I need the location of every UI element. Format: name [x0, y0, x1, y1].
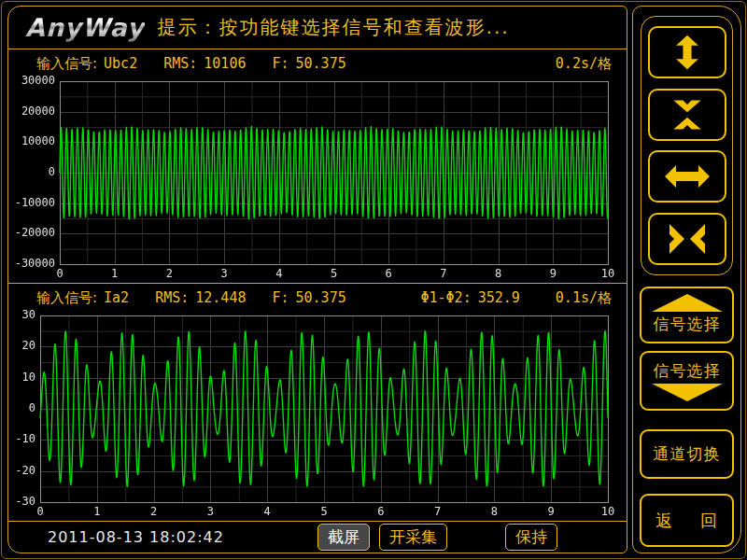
rms-label: RMS: [163, 55, 197, 72]
waveform-zoom-button-group [641, 16, 733, 275]
waveform-panel-ubc2: 输入信号: Ubc2 RMS: 10106 F: 50.375 0.2s/格 [8, 49, 627, 284]
timebase-readout: 0.2s/格 [556, 55, 612, 73]
freq-readout: F: 50.375 [272, 55, 345, 72]
rms-value: 12.448 [195, 289, 246, 306]
timebase-readout: 0.1s/格 [556, 289, 612, 307]
panel-header-ia2: 输入信号: Ia2 RMS: 12.448 F: 50.375 Φ1-Φ2: 3… [8, 284, 627, 310]
signal-select-down-label: 信号选择 [654, 360, 721, 382]
arrows-vertical-expand-icon [667, 34, 708, 71]
panel-header-ubc2: 输入信号: Ubc2 RMS: 10106 F: 50.375 0.2s/格 [8, 49, 627, 76]
arrows-horizontal-compress-icon [665, 222, 710, 256]
rms-readout: RMS: 12.448 [155, 289, 246, 306]
arrows-horizontal-expand-icon [665, 160, 710, 193]
main-display-area: AnyWay 提示：按功能键选择信号和查看波形... 输入信号: Ubc2 RM… [7, 6, 627, 553]
rms-readout: RMS: 10106 [163, 55, 246, 72]
freq-readout: F: 50.375 [272, 289, 345, 306]
channel-switch-label: 通道切换 [654, 443, 721, 465]
horizontal-compress-button[interactable] [648, 213, 726, 265]
screenshot-button[interactable]: 截屏 [317, 524, 370, 551]
instrument-screen: AnyWay 提示：按功能键选择信号和查看波形... 输入信号: Ubc2 RM… [0, 0, 747, 560]
signal-select-up-button[interactable]: 信号选择 [640, 287, 734, 343]
return-label-right: 回 [700, 510, 718, 532]
signal-readout: 输入信号: Ia2 [36, 289, 129, 307]
arrows-vertical-compress-icon [667, 96, 708, 133]
hint-text: 提示：按功能键选择信号和查看波形... [158, 15, 510, 40]
freq-value: 50.375 [296, 55, 346, 72]
signal-label: 输入信号: [36, 55, 97, 73]
phase-label: Φ1-Φ2: [421, 289, 472, 306]
return-label-left: 返 [655, 510, 673, 532]
sidebar-button-column: 信号选择 信号选择 通道切换 返 回 [632, 6, 741, 553]
signal-name: Ubc2 [104, 55, 137, 73]
rms-label: RMS: [155, 289, 189, 306]
rms-value: 10106 [204, 55, 246, 72]
channel-switch-button[interactable]: 通道切换 [640, 429, 734, 479]
return-button[interactable]: 返 回 [640, 494, 734, 547]
horizontal-expand-button[interactable] [648, 150, 726, 203]
freq-label: F: [272, 55, 289, 72]
signal-label: 输入信号: [36, 289, 97, 307]
waveform-chart-ubc2 [8, 76, 627, 283]
phase-readout: Φ1-Φ2: 352.9 [421, 289, 520, 306]
triangle-up-icon [652, 294, 723, 312]
signal-select-down-button[interactable]: 信号选择 [640, 351, 734, 412]
freq-label: F: [272, 289, 289, 306]
triangle-down-icon [652, 384, 723, 401]
vertical-compress-button[interactable] [648, 89, 726, 141]
title-bar: AnyWay 提示：按功能键选择信号和查看波形... [8, 7, 627, 49]
signal-readout: 输入信号: Ubc2 [36, 55, 137, 73]
waveform-chart-ia2 [8, 310, 627, 521]
vertical-expand-button[interactable] [648, 26, 726, 78]
hold-button[interactable]: 保持 [505, 524, 557, 551]
anyway-logo: AnyWay [25, 13, 145, 42]
signal-select-up-label: 信号选择 [654, 314, 721, 335]
signal-name: Ia2 [104, 289, 129, 307]
phase-value: 352.9 [478, 289, 520, 306]
start-capture-button[interactable]: 开采集 [379, 524, 447, 551]
freq-value: 50.375 [296, 289, 346, 306]
status-bar: 2011-08-13 18:02:42 截屏 开采集 保持 [8, 522, 627, 553]
timestamp: 2011-08-13 18:02:42 [48, 528, 224, 546]
waveform-panel-ia2: 输入信号: Ia2 RMS: 12.448 F: 50.375 Φ1-Φ2: 3… [8, 284, 627, 522]
